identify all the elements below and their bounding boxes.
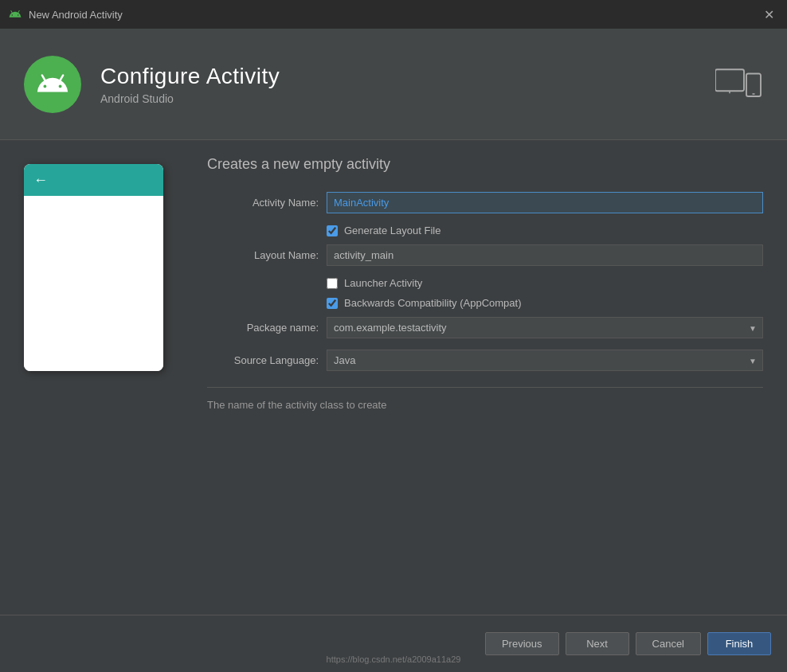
title-bar-left: New Android Activity: [8, 7, 123, 21]
watermark: https://blog.csdn.net/a2009a11a29: [0, 654, 787, 664]
source-language-label: Source Language:: [207, 354, 319, 366]
back-compat-label[interactable]: Backwards Compatibility (AppCompat): [344, 297, 522, 309]
svg-rect-0: [715, 69, 744, 91]
package-name-select[interactable]: com.example.testactivity: [327, 317, 763, 338]
previous-button[interactable]: Previous: [485, 632, 559, 655]
activity-name-input[interactable]: [327, 192, 763, 213]
generate-layout-row: Generate Layout File: [327, 225, 763, 236]
source-language-wrapper: Java Kotlin ▼: [327, 350, 763, 371]
back-compat-checkbox[interactable]: [327, 298, 338, 309]
back-compat-row: Backwards Compatibility (AppCompat): [327, 297, 763, 309]
activity-name-row: Activity Name:: [207, 192, 763, 213]
header-title: Configure Activity: [100, 64, 696, 89]
android-logo-icon: [34, 66, 71, 103]
source-language-row: Source Language: Java Kotlin ▼: [207, 350, 763, 371]
next-button[interactable]: Next: [566, 632, 629, 655]
package-name-label: Package name:: [207, 322, 319, 334]
svg-rect-1: [717, 71, 743, 88]
header-devices: [715, 61, 763, 108]
phone-body: [24, 196, 163, 371]
finish-button[interactable]: Finish: [707, 632, 771, 655]
source-language-select[interactable]: Java Kotlin: [327, 350, 763, 371]
layout-name-input[interactable]: [327, 244, 763, 266]
layout-name-label: Layout Name:: [207, 249, 319, 261]
package-name-wrapper: com.example.testactivity ▼: [327, 317, 763, 338]
generate-layout-checkbox[interactable]: [327, 225, 338, 236]
android-title-icon: [8, 7, 22, 21]
title-bar: New Android Activity ✕: [0, 0, 787, 29]
cancel-button[interactable]: Cancel: [636, 632, 701, 655]
back-arrow-icon: ←: [33, 172, 48, 189]
form-area: Creates a new empty activity Activity Na…: [207, 156, 763, 599]
header-subtitle: Android Studio: [100, 92, 696, 105]
android-logo: [24, 56, 81, 113]
header: Configure Activity Android Studio: [0, 29, 787, 140]
close-button[interactable]: ✕: [759, 6, 779, 24]
layout-name-row: Layout Name:: [207, 244, 763, 266]
phone-mockup: ←: [24, 164, 163, 371]
bottom-note: The name of the activity class to create: [207, 399, 763, 411]
title-bar-text: New Android Activity: [29, 9, 123, 21]
divider: [207, 387, 763, 388]
phone-preview: ←: [24, 164, 183, 599]
form-subtitle: Creates a new empty activity: [207, 156, 763, 173]
main-content: ← Creates a new empty activity Activity …: [0, 140, 787, 615]
launcher-activity-checkbox[interactable]: [327, 278, 338, 289]
launcher-activity-label[interactable]: Launcher Activity: [344, 277, 422, 289]
svg-rect-3: [746, 73, 761, 96]
activity-name-label: Activity Name:: [207, 197, 319, 209]
package-name-row: Package name: com.example.testactivity ▼: [207, 317, 763, 338]
header-info: Configure Activity Android Studio: [100, 64, 696, 105]
launcher-activity-row: Launcher Activity: [327, 277, 763, 289]
phone-top-bar: ←: [24, 164, 163, 196]
device-icons: [715, 61, 763, 108]
generate-layout-label[interactable]: Generate Layout File: [344, 225, 440, 236]
